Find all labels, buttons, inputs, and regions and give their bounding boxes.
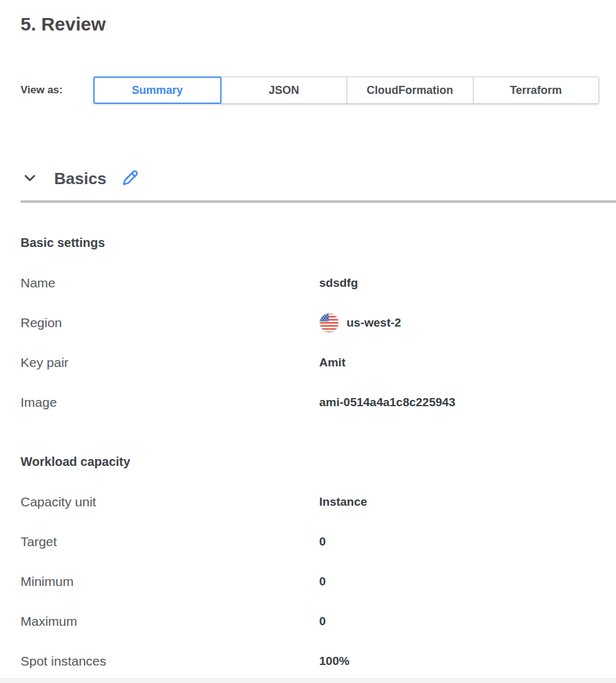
row-label: Target bbox=[21, 534, 319, 549]
row-spot-instances: Spot instances 100% bbox=[21, 641, 616, 681]
row-name: Name sdsdfg bbox=[21, 263, 616, 303]
page-title: 5. Review bbox=[21, 14, 616, 35]
chevron-down-icon bbox=[22, 170, 38, 188]
workload-capacity-rows: Capacity unit Instance Target 0 Minimum … bbox=[21, 482, 616, 681]
view-as-tab-json[interactable]: JSON bbox=[221, 77, 348, 104]
view-as-row: View as: Summary JSON CloudFormation Ter… bbox=[21, 77, 616, 104]
basic-settings-rows: Name sdsdfg Region bbox=[21, 263, 616, 422]
basics-collapse-toggle[interactable] bbox=[22, 170, 38, 187]
view-as-tab-summary[interactable]: Summary bbox=[93, 77, 222, 104]
edit-pencil-icon bbox=[121, 169, 139, 189]
view-as-tab-cloudformation[interactable]: CloudFormation bbox=[347, 77, 474, 104]
row-label: Key pair bbox=[21, 355, 319, 370]
row-value: 0 bbox=[319, 615, 326, 628]
group-heading-basic-settings: Basic settings bbox=[21, 235, 616, 250]
row-label: Spot instances bbox=[21, 654, 319, 669]
row-value: Amit bbox=[319, 356, 345, 369]
row-target: Target 0 bbox=[21, 522, 616, 562]
row-maximum: Maximum 0 bbox=[21, 602, 616, 641]
row-label: Minimum bbox=[21, 574, 319, 589]
view-as-tab-terraform[interactable]: Terraform bbox=[473, 77, 600, 104]
row-capacity-unit: Capacity unit Instance bbox=[21, 482, 616, 522]
review-step-panel: 5. Review View as: Summary JSON CloudFor… bbox=[0, 14, 616, 681]
row-value: us-west-2 bbox=[319, 313, 401, 333]
row-value: ami-0514a4a1c8c225943 bbox=[319, 396, 455, 409]
view-as-label: View as: bbox=[21, 84, 93, 96]
region-value: us-west-2 bbox=[347, 316, 401, 330]
row-label: Name bbox=[21, 276, 319, 290]
basics-section-divider bbox=[21, 200, 616, 203]
row-value: sdsdfg bbox=[319, 276, 358, 290]
group-heading-workload-capacity: Workload capacity bbox=[21, 454, 616, 469]
row-label: Capacity unit bbox=[21, 495, 319, 509]
basics-section-header: Basics bbox=[21, 165, 616, 192]
row-key-pair: Key pair Amit bbox=[21, 343, 616, 383]
row-value: Instance bbox=[319, 495, 367, 509]
row-region: Region bbox=[21, 303, 616, 343]
row-value: 100% bbox=[319, 654, 350, 668]
row-minimum: Minimum 0 bbox=[21, 562, 616, 602]
row-label: Maximum bbox=[21, 614, 319, 629]
next-section-boundary-divider bbox=[0, 678, 616, 683]
view-as-button-group: Summary JSON CloudFormation Terraform bbox=[93, 77, 599, 104]
row-value: 0 bbox=[319, 575, 326, 588]
row-image: Image ami-0514a4a1c8c225943 bbox=[21, 383, 616, 422]
row-label: Region bbox=[21, 315, 319, 330]
row-label: Image bbox=[21, 395, 319, 410]
us-flag-icon bbox=[319, 313, 339, 333]
basics-section-title: Basics bbox=[54, 169, 106, 188]
basics-edit-button[interactable] bbox=[120, 169, 140, 188]
row-value: 0 bbox=[319, 535, 326, 549]
